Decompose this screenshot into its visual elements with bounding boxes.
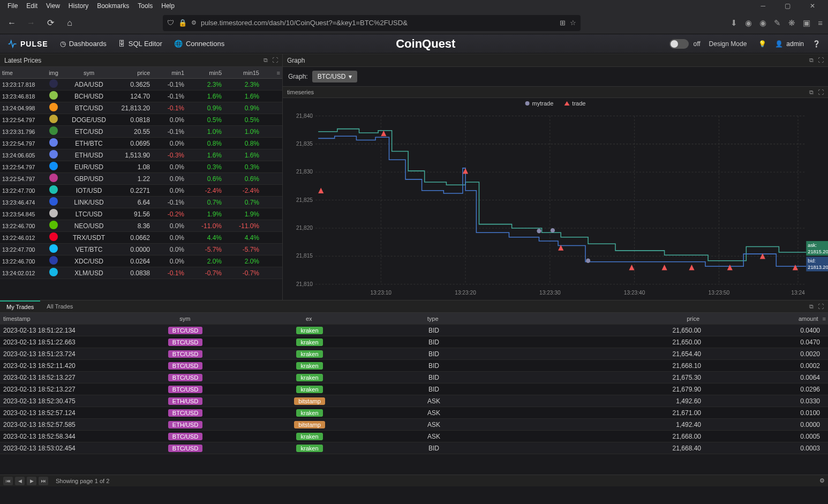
pager-text: Showing page 1 of 2 [56,478,109,484]
col-min5[interactable]: min5 [191,70,228,76]
table-row[interactable]: 2023-02-13 18:52:57.124 BTC/USD kraken A… [0,407,828,419]
table-row[interactable]: 13:23:54.845 LTC/USD 91.56 -0.2% 1.9% 1.… [0,208,282,220]
table-row[interactable]: 13:23:46.818 BCH/USD 124.70 -0.1% 1.6% 1… [0,91,282,102]
table-row[interactable]: 2023-02-13 18:52:58.344 BTC/USD kraken A… [0,431,828,442]
table-row[interactable]: 2023-02-13 18:51:22.663 BTC/USD kraken B… [0,336,828,348]
bookmark-star-icon[interactable]: ☆ [570,19,576,27]
svg-text:21,825: 21,825 [296,197,313,203]
col-sym[interactable]: sym [64,70,114,76]
page-prev-button[interactable]: ◀ [15,477,25,485]
lock-icon[interactable]: 🔒 [178,19,187,27]
col-amount[interactable]: amount [721,315,823,322]
col-time[interactable]: time [0,70,43,76]
menu-edit[interactable]: Edit [22,2,42,10]
design-mode-toggle[interactable]: off Design Mode [669,39,747,49]
home-button[interactable]: ⌂ [63,17,76,29]
user-menu[interactable]: 👤admin [775,40,804,48]
table-row[interactable]: 13:22:46.012 TRX/USDT 0.0662 0.0% 4.4% 4… [0,232,282,244]
page-next-button[interactable]: ▶ [27,477,36,485]
table-row[interactable]: 13:24:04.998 BTC/USD 21,813.20 -0.1% 0.9… [0,102,282,114]
nav-sql-editor[interactable]: 🗄SQL Editor [118,40,162,48]
col-timestamp[interactable]: timestamp [0,315,123,322]
table-row[interactable]: 13:24:06.605 ETH/USD 1,513.90 -0.3% 1.6%… [0,149,282,161]
ext3-icon[interactable]: ✎ [774,18,781,28]
expand-icon[interactable]: ⛶ [818,303,824,310]
expand-icon[interactable]: ⛶ [818,89,824,96]
table-row[interactable]: 13:22:46.700 NEO/USD 8.36 0.0% -11.0% -1… [0,220,282,232]
menu-bookmarks[interactable]: Bookmarks [93,2,133,10]
table-row[interactable]: 13:22:47.700 IOT/USD 0.2271 0.0% -2.4% -… [0,185,282,197]
svg-text:21,830: 21,830 [296,169,313,175]
pulse-logo[interactable]: PULSE [7,39,48,49]
col-sym[interactable]: sym [123,315,246,322]
toggle-pill[interactable] [669,39,689,49]
expand-icon[interactable]: ⛶ [818,57,824,64]
table-row[interactable]: 13:22:54.797 GBP/USD 1.22 0.0% 0.6% 0.6% [0,173,282,185]
menu-tools[interactable]: Tools [133,2,157,10]
table-row[interactable]: 13:23:46.474 LINK/USD 6.64 -0.1% 0.7% 0.… [0,197,282,208]
table-row[interactable]: 13:24:02.012 XLM/USD 0.0838 -0.1% -0.7% … [0,267,282,279]
col-min1[interactable]: min1 [153,70,191,76]
nav-dashboards[interactable]: ◷Dashboards [60,40,107,48]
popout-icon[interactable]: ⧉ [809,303,814,310]
ext1-icon[interactable]: ◉ [745,18,752,28]
table-menu-icon[interactable]: ≡ [823,315,828,322]
tab-all-trades[interactable]: All Trades [40,300,79,312]
permissions-icon[interactable]: ⚙ [191,19,197,26]
ext2-icon[interactable]: ◉ [759,18,766,28]
lightbulb-icon[interactable]: 💡 [758,40,766,48]
table-row[interactable]: 2023-02-13 18:51:23.724 BTC/USD kraken B… [0,348,828,360]
col-img[interactable]: img [43,70,64,76]
window-minimize-icon[interactable]: ─ [756,2,770,10]
tab-my-trades[interactable]: My Trades [0,300,40,312]
chart-legend: mytrade trade [525,100,586,107]
symbol-dropdown[interactable]: BTC/USD▾ [312,71,358,82]
popout-icon[interactable]: ⧉ [264,57,268,64]
table-menu-icon[interactable]: ≡ [277,70,282,76]
table-row[interactable]: 2023-02-13 18:52:57.585 ETH/USD bitstamp… [0,419,828,431]
menu-help[interactable]: Help [157,2,179,10]
menu-history[interactable]: History [64,2,93,10]
table-row[interactable]: 2023-02-13 18:53:02.454 BTC/USD kraken B… [0,442,828,454]
col-price[interactable]: price [495,315,721,322]
table-row[interactable]: 2023-02-13 18:52:13.227 BTC/USD kraken B… [0,372,828,383]
window-close-icon[interactable]: ✕ [806,2,819,10]
window-maximize-icon[interactable]: ▢ [780,2,795,10]
download-icon[interactable]: ⬇ [731,18,737,28]
table-row[interactable]: 13:22:54.797 ETH/BTC 0.0695 0.0% 0.8% 0.… [0,138,282,149]
table-row[interactable]: 13:23:17.818 ADA/USD 0.3625 -0.1% 2.3% 2… [0,79,282,91]
table-row[interactable]: 2023-02-13 18:52:11.420 BTC/USD kraken B… [0,360,828,372]
svg-text:13:24: 13:24 [791,289,805,295]
forward-button[interactable]: → [25,17,37,29]
expand-icon[interactable]: ⛶ [272,57,278,64]
page-first-button[interactable]: ⏮ [3,477,13,485]
menu-view[interactable]: View [42,2,64,10]
help-icon[interactable]: ❔ [812,40,821,48]
shield-icon[interactable]: 🛡 [167,19,174,27]
table-row[interactable]: 2023-02-13 18:52:13.227 BTC/USD kraken B… [0,383,828,395]
menu-file[interactable]: File [3,2,22,10]
table-row[interactable]: 13:23:31.796 ETC/USD 20.55 -0.1% 1.0% 1.… [0,126,282,138]
table-row[interactable]: 2023-02-13 18:51:22.134 BTC/USD kraken B… [0,325,828,336]
chart-area[interactable]: mytrade trade 21,840 21,835 21,830 21,82… [283,98,828,300]
back-button[interactable]: ← [5,17,18,29]
table-row[interactable]: 13:22:47.700 VET/BTC 0.0000 0.0% -5.7% -… [0,244,282,255]
hamburger-icon[interactable]: ≡ [818,18,823,28]
popout-icon[interactable]: ⧉ [809,89,814,96]
url-bar[interactable]: 🛡 🔒 ⚙ pulse.timestored.com/dash/10/CoinQ… [163,15,581,31]
reload-button[interactable]: ⟳ [44,17,57,29]
table-row[interactable]: 13:22:46.700 XDC/USD 0.0264 0.0% 2.0% 2.… [0,255,282,267]
col-ex[interactable]: ex [247,315,371,322]
table-row[interactable]: 2023-02-13 18:52:30.475 ETH/USD bitstamp… [0,395,828,407]
ext5-icon[interactable]: ▣ [803,18,810,28]
table-row[interactable]: 13:22:54.797 DOGE/USD 0.0818 0.0% 0.5% 0… [0,114,282,126]
ext4-icon[interactable]: ❋ [788,18,795,28]
table-row[interactable]: 13:22:54.797 EUR/USD 1.08 0.0% 0.3% 0.3% [0,161,282,173]
settings-icon[interactable]: ⚙ [819,477,825,484]
page-last-button[interactable]: ⏭ [39,477,48,485]
col-min15[interactable]: min15 [228,70,266,76]
col-price[interactable]: price [114,70,153,76]
col-type[interactable]: type [371,315,494,322]
popout-icon[interactable]: ⧉ [809,57,814,64]
qr-icon[interactable]: ⊞ [560,19,566,27]
